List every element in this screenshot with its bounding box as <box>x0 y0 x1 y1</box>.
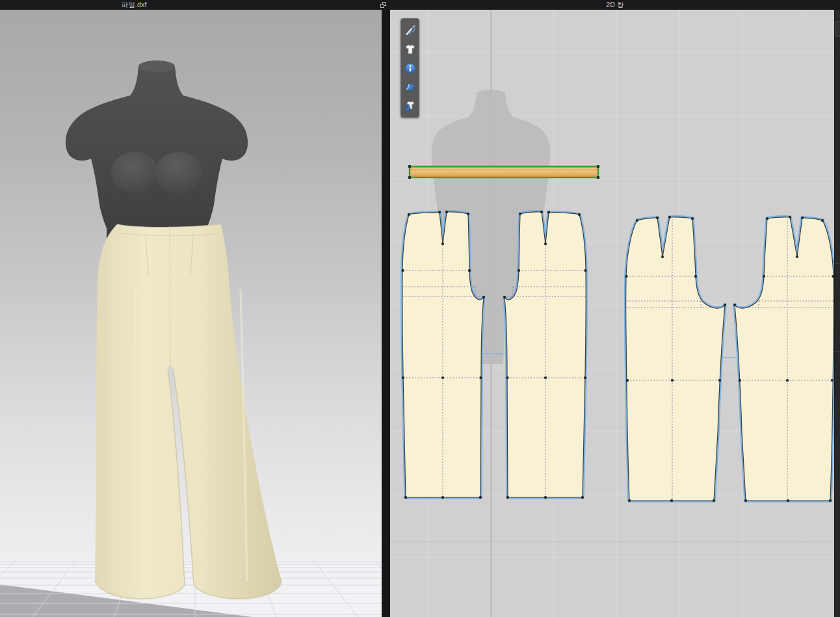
restore-window-icon-front <box>380 4 384 8</box>
titlebar-2d-window: 2D 창 <box>390 0 840 10</box>
needle-thread-icon <box>404 24 417 37</box>
restore-window-icon[interactable] <box>380 2 386 8</box>
pattern-piece-back-left[interactable] <box>626 217 725 501</box>
show-2d-pattern-button[interactable] <box>401 77 419 96</box>
pattern-piece-waistband[interactable] <box>408 165 599 179</box>
bust-left-shading <box>111 151 158 193</box>
application-window: 파일.dxf 2D 창 <box>0 0 840 617</box>
strip-tick <box>835 263 839 264</box>
crease-left-leg <box>134 289 135 582</box>
strip-tick <box>835 351 839 352</box>
page-title-2d: 2D 창 <box>390 1 840 10</box>
viewport-2d[interactable] <box>390 10 840 617</box>
scene-3d <box>0 10 382 617</box>
titlebar-3d-window: 파일.dxf <box>0 0 390 10</box>
strip-tick <box>835 439 839 440</box>
sewing-tool-button[interactable] <box>401 21 419 40</box>
panel-expand-button[interactable] <box>835 21 840 37</box>
neck-stub <box>138 60 175 72</box>
strip-tick <box>835 527 839 527</box>
bust-right-shading <box>155 151 202 193</box>
page-title-3d: 파일.dxf <box>0 1 268 10</box>
info-icon <box>404 62 417 75</box>
pattern-pieces <box>402 212 834 501</box>
show-3d-garment-button[interactable] <box>401 40 419 59</box>
tshirt-icon <box>404 43 417 56</box>
fabric-swatch-icon <box>404 81 417 94</box>
tshirt-lock-icon <box>404 99 417 112</box>
viewport-3d[interactable] <box>0 10 382 617</box>
pattern-piece-back-right[interactable] <box>735 217 833 501</box>
pattern-information-button[interactable] <box>401 59 419 77</box>
strip-tick <box>835 88 839 88</box>
window-divider[interactable] <box>382 10 390 617</box>
collapsed-panel-strip[interactable] <box>834 10 840 617</box>
pattern-canvas <box>390 10 840 617</box>
freeze-garment-button[interactable] <box>401 96 419 115</box>
strip-tick <box>835 176 839 176</box>
toolbar-2d <box>400 18 419 118</box>
